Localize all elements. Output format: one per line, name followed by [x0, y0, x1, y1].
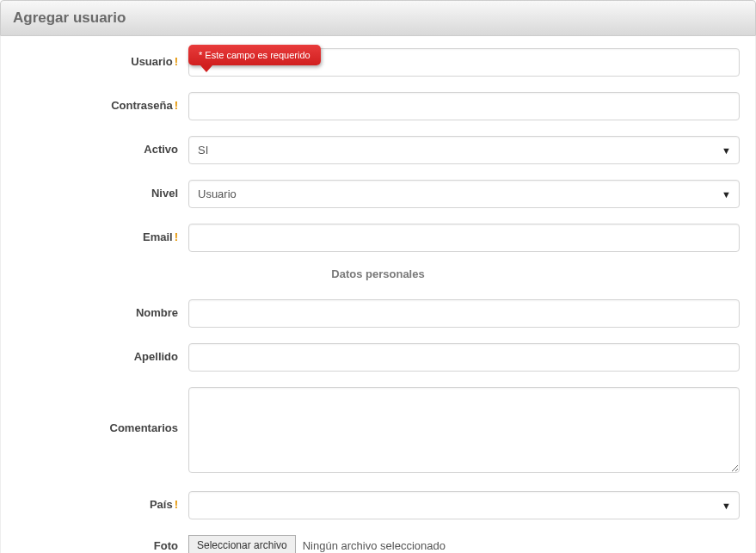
email-input[interactable]	[188, 224, 740, 252]
row-foto: Foto Seleccionar archivo Ningún archivo …	[16, 535, 740, 553]
pais-select[interactable]	[188, 491, 740, 519]
activo-select[interactable]: SI	[188, 136, 740, 164]
file-select-button[interactable]: Seleccionar archivo	[188, 535, 296, 553]
nombre-input[interactable]	[188, 299, 740, 328]
control-usuario: * Este campo es requerido	[188, 48, 740, 77]
label-activo-text: Activo	[144, 143, 178, 156]
label-apellido-text: Apellido	[134, 350, 178, 363]
row-nombre: Nombre	[16, 299, 740, 328]
control-pais: ▼	[188, 491, 740, 519]
row-pais: País! ▼	[16, 491, 740, 519]
control-nombre	[188, 299, 740, 328]
row-nivel: Nivel Usuario ▼	[16, 180, 740, 208]
comentarios-textarea[interactable]	[188, 387, 740, 473]
form-body: Usuario! * Este campo es requerido Contr…	[0, 36, 756, 553]
control-email	[188, 224, 740, 252]
label-pais: País!	[16, 491, 188, 511]
row-comentarios: Comentarios	[16, 387, 740, 476]
label-contrasena-text: Contraseña	[111, 99, 173, 112]
label-activo: Activo	[16, 136, 188, 156]
label-nombre-text: Nombre	[136, 306, 178, 319]
row-usuario: Usuario! * Este campo es requerido	[16, 48, 740, 77]
row-email: Email!	[16, 224, 740, 252]
label-nivel-text: Nivel	[151, 187, 178, 200]
control-apellido	[188, 343, 740, 372]
label-comentarios-text: Comentarios	[110, 421, 178, 434]
required-mark-icon: !	[175, 230, 178, 243]
file-status-text: Ningún archivo seleccionado	[303, 539, 446, 552]
dialog-header: Agregar usuario	[0, 0, 756, 36]
row-contrasena: Contraseña!	[16, 92, 740, 120]
nivel-select[interactable]: Usuario	[188, 180, 740, 208]
label-email-text: Email	[143, 230, 173, 243]
label-usuario: Usuario!	[16, 48, 188, 68]
control-nivel: Usuario ▼	[188, 180, 740, 208]
label-contrasena: Contraseña!	[16, 92, 188, 112]
required-mark-icon: !	[175, 55, 178, 68]
contrasena-input[interactable]	[188, 92, 740, 120]
required-mark-icon: !	[175, 498, 178, 511]
label-foto: Foto	[16, 539, 188, 552]
label-comentarios: Comentarios	[16, 387, 188, 434]
control-activo: SI ▼	[188, 136, 740, 164]
page-title: Agregar usuario	[13, 9, 743, 27]
label-usuario-text: Usuario	[131, 55, 172, 68]
section-title-personal: Datos personales	[16, 267, 740, 280]
required-mark-icon: !	[175, 99, 178, 112]
label-email: Email!	[16, 224, 188, 243]
label-nombre: Nombre	[16, 299, 188, 319]
apellido-input[interactable]	[188, 343, 740, 372]
control-contrasena	[188, 92, 740, 120]
label-foto-text: Foto	[154, 539, 178, 552]
label-nivel: Nivel	[16, 180, 188, 200]
label-apellido: Apellido	[16, 343, 188, 363]
error-tooltip: * Este campo es requerido	[188, 45, 321, 65]
control-comentarios	[188, 387, 740, 476]
label-pais-text: País	[150, 498, 173, 511]
row-activo: Activo SI ▼	[16, 136, 740, 164]
row-apellido: Apellido	[16, 343, 740, 372]
control-foto: Seleccionar archivo Ningún archivo selec…	[188, 535, 740, 553]
